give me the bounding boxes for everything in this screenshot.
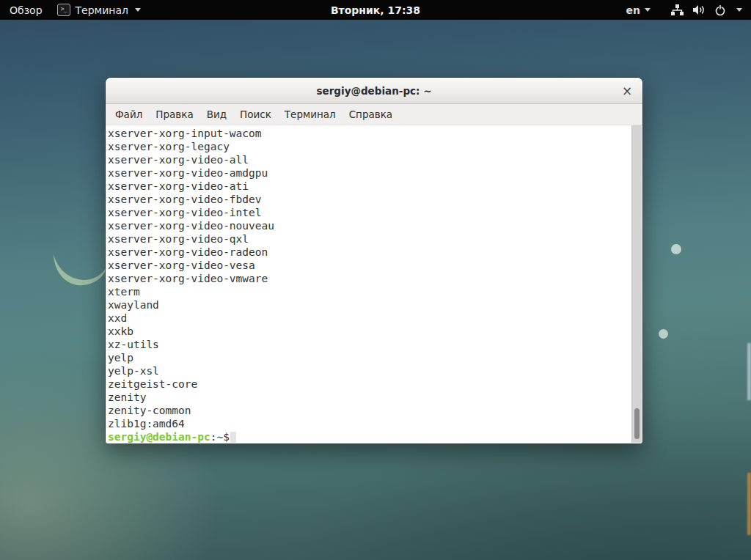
chevron-down-icon bbox=[645, 8, 651, 12]
terminal-line: xserver-xorg-video-amdgpu bbox=[108, 166, 642, 180]
terminal-line: zenity bbox=[108, 391, 642, 404]
terminal-line: xxkb bbox=[108, 325, 642, 338]
terminal-line: xserver-xorg-video-radeon bbox=[108, 246, 642, 259]
terminal-line: xserver-xorg-video-vmware bbox=[108, 272, 642, 285]
system-status-area[interactable] bbox=[671, 4, 742, 16]
terminal-output: xserver-xorg-input-wacomxserver-xorg-leg… bbox=[106, 125, 642, 430]
terminal-menubar: Файл Правка Вид Поиск Терминал Справка bbox=[106, 104, 642, 125]
keyboard-layout-label: en bbox=[626, 4, 640, 16]
terminal-line: xz-utils bbox=[108, 338, 642, 351]
terminal-cursor bbox=[230, 432, 236, 443]
terminal-line: yelp-xsl bbox=[108, 364, 642, 377]
menu-help[interactable]: Справка bbox=[342, 106, 399, 123]
terminal-line: xxd bbox=[108, 312, 642, 325]
terminal-content[interactable]: xserver-xorg-input-wacomxserver-xorg-leg… bbox=[106, 125, 642, 443]
prompt-symbol: $ bbox=[223, 430, 230, 443]
wallpaper-edge-artifact bbox=[747, 343, 751, 400]
chevron-down-icon bbox=[135, 8, 141, 12]
power-icon bbox=[714, 4, 726, 16]
network-icon bbox=[671, 4, 684, 15]
terminal-line: xserver-xorg-video-qxl bbox=[108, 232, 642, 246]
terminal-line: xwayland bbox=[108, 298, 642, 312]
app-menu-terminal[interactable]: >_ Терминал bbox=[57, 4, 141, 16]
activities-button[interactable]: Обзор bbox=[7, 3, 45, 18]
prompt-path: ~ bbox=[216, 430, 223, 443]
terminal-window: sergiy@debian-pc: ~ × Файл Правка Вид По… bbox=[106, 78, 642, 443]
terminal-line: xserver-xorg-video-fbdev bbox=[108, 193, 642, 206]
wallpaper-crescent-shape bbox=[50, 251, 110, 290]
menu-edit[interactable]: Правка bbox=[149, 106, 199, 123]
terminal-line: zeitgeist-core bbox=[108, 377, 642, 391]
terminal-line: xserver-xorg-input-wacom bbox=[108, 127, 642, 140]
chevron-down-icon bbox=[736, 8, 742, 12]
window-titlebar[interactable]: sergiy@debian-pc: ~ × bbox=[106, 78, 642, 104]
close-button[interactable]: × bbox=[618, 78, 637, 103]
terminal-line: xserver-xorg-video-all bbox=[108, 153, 642, 166]
scrollbar-thumb[interactable] bbox=[634, 408, 640, 439]
terminal-line: yelp bbox=[108, 351, 642, 364]
terminal-line: xserver-xorg-video-nouveau bbox=[108, 219, 642, 232]
window-title: sergiy@debian-pc: ~ bbox=[317, 85, 432, 97]
terminal-line: xserver-xorg-video-vesa bbox=[108, 259, 642, 272]
terminal-line: xserver-xorg-legacy bbox=[108, 140, 642, 153]
keyboard-layout-indicator[interactable]: en bbox=[626, 4, 651, 16]
top-bar: Обзор >_ Терминал Вторник, 17:38 en bbox=[0, 0, 751, 20]
menu-terminal[interactable]: Терминал bbox=[278, 106, 342, 123]
terminal-prompt-line: sergiy@debian-pc:~$ bbox=[106, 430, 642, 443]
terminal-line: xserver-xorg-video-intel bbox=[108, 206, 642, 219]
menu-search[interactable]: Поиск bbox=[233, 106, 278, 123]
terminal-line: zlib1g:amd64 bbox=[108, 417, 642, 430]
app-menu-label: Терминал bbox=[76, 4, 128, 16]
terminal-line: zenity-common bbox=[108, 404, 642, 417]
wallpaper-dot bbox=[659, 329, 668, 339]
terminal-line: xserver-xorg-video-ati bbox=[108, 180, 642, 193]
wallpaper-dot bbox=[671, 244, 681, 254]
menu-view[interactable]: Вид bbox=[200, 106, 233, 123]
scrollbar-track[interactable] bbox=[631, 125, 642, 443]
prompt-user-host: sergiy@debian-pc bbox=[108, 430, 210, 443]
prompt-colon: : bbox=[210, 430, 217, 443]
terminal-icon: >_ bbox=[57, 4, 70, 16]
terminal-line: xterm bbox=[108, 285, 642, 298]
wallpaper-edge-artifact bbox=[747, 473, 751, 535]
menu-file[interactable]: Файл bbox=[109, 106, 149, 123]
volume-icon bbox=[692, 4, 706, 15]
clock-label[interactable]: Вторник, 17:38 bbox=[331, 4, 420, 16]
